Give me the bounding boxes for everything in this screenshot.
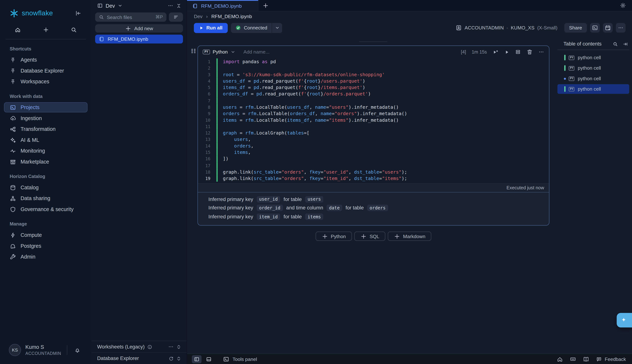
code-line[interactable]: 18graph.link(src_table="orders", fkey="u…: [198, 169, 549, 175]
toc-search-icon[interactable]: [613, 41, 618, 46]
schedule-button[interactable]: [603, 23, 613, 33]
run-cell-icon[interactable]: [504, 49, 509, 55]
add-markdown-cell-button[interactable]: Markdown: [388, 232, 431, 241]
sidebar-item-ingestion[interactable]: Ingestion: [0, 113, 91, 124]
tab-rfm-demo[interactable]: RFM_DEMO.ipynb: [187, 0, 258, 11]
refresh-icon[interactable]: [168, 356, 174, 361]
file-item-rfm-demo-ipynb[interactable]: RFM_DEMO.ipynb: [95, 35, 183, 44]
code-line[interactable]: 13 users,: [198, 136, 549, 142]
code-line[interactable]: 19graph.link(src_table="orders", fkey="i…: [198, 175, 549, 182]
run-with-ai-icon[interactable]: [492, 49, 498, 55]
cell-name-input[interactable]: Add name...: [243, 49, 269, 55]
toolbar-right: ACCOUNTADMIN ◦ KUMO_XS (X-Small) Share: [455, 23, 625, 33]
code-line[interactable]: 10items = rfm.LocalTable(items_df, name=…: [198, 117, 549, 123]
search-files-input[interactable]: Search files ⌘P: [95, 12, 166, 22]
sidebar-item-workspaces[interactable]: Workspaces: [0, 76, 91, 87]
delete-cell-icon[interactable]: [526, 49, 533, 55]
sidebar-item-database-explorer[interactable]: Database Explorer: [0, 65, 91, 76]
new-tab-button[interactable]: [258, 0, 273, 11]
more-options-button[interactable]: [616, 23, 625, 33]
sidebar-item-agents[interactable]: Agents: [0, 54, 91, 66]
chevron-down-icon[interactable]: [118, 3, 123, 8]
files-panel-title[interactable]: Dev: [106, 2, 115, 8]
code-line[interactable]: 7: [198, 97, 549, 104]
toc-item-2[interactable]: PYpython cell: [557, 63, 629, 73]
code-line[interactable]: 16]): [198, 156, 549, 162]
chevron-down-icon[interactable]: [231, 50, 235, 54]
code-line[interactable]: 11: [198, 123, 549, 130]
collapse-panel-icon[interactable]: [176, 3, 181, 8]
user-area[interactable]: KS Kumo S ACCOUNTADMIN: [0, 338, 91, 364]
toc-item-3[interactable]: PYpython cell: [557, 74, 629, 83]
add-new-button[interactable]: Add new: [95, 24, 183, 32]
breadcrumb-parent[interactable]: Dev: [194, 14, 202, 19]
flow-icon: [10, 126, 16, 132]
sidebar-item-transformation[interactable]: Transformation: [0, 124, 91, 135]
sidebar-item-projects[interactable]: Projects: [4, 102, 87, 112]
code-line[interactable]: 3root = 's3://kumo-sdk-public/rfm-datase…: [198, 72, 549, 78]
expand-icon[interactable]: [176, 344, 181, 350]
sidebar-item-admin[interactable]: Admin: [0, 251, 91, 262]
code-line[interactable]: 2: [198, 65, 549, 71]
collapse-sidebar-icon[interactable]: [75, 10, 81, 16]
search-icon[interactable]: [71, 26, 77, 33]
sidebar-item-catalog[interactable]: Catalog: [0, 182, 91, 193]
avatar[interactable]: KS: [9, 344, 21, 356]
share-nodes-icon: [10, 195, 16, 202]
code-line[interactable]: 4users_df = pd.read_parquet(f'{root}/use…: [198, 78, 549, 84]
sidebar-item-marketplace[interactable]: Marketplace: [0, 156, 91, 167]
cell-menu-icon[interactable]: [539, 49, 544, 55]
insert-cell-divider[interactable]: [359, 42, 387, 42]
settings-gear[interactable]: [620, 0, 632, 11]
run-all-button[interactable]: Run all: [194, 23, 228, 33]
sidebar-item-ai-ml[interactable]: AI & ML: [0, 134, 91, 146]
code-line[interactable]: 14 orders,: [198, 143, 549, 149]
worksheets-menu-icon[interactable]: [168, 344, 174, 350]
sidebar-item-monitoring[interactable]: Monitoring: [0, 146, 91, 156]
database-explorer-row[interactable]: Database Explorer: [91, 352, 187, 364]
tools-panel-toggle[interactable]: Tools panel: [223, 356, 257, 362]
info-icon[interactable]: [147, 344, 152, 350]
expand-icon[interactable]: [176, 356, 181, 361]
add-sql-cell-button[interactable]: SQL: [354, 232, 385, 241]
code-line[interactable]: 9orders = rfm.LocalTable(orders_df, name…: [198, 110, 549, 116]
code-line[interactable]: 5items_df = pd.read_parquet(f'{root}/ite…: [198, 84, 549, 91]
code-line[interactable]: 8users = rfm.LocalTable(users_df, name="…: [198, 104, 549, 110]
files-panel-menu-icon[interactable]: [168, 3, 173, 8]
connection-dropdown[interactable]: [272, 23, 282, 33]
code-line[interactable]: 1import pandas as pd: [198, 58, 549, 65]
ai-assistant-button[interactable]: [617, 313, 632, 328]
code-line[interactable]: 6orders_df = pd.read_parquet(f'{root}/or…: [198, 91, 549, 97]
sidebar-item-data-sharing[interactable]: Data sharing: [0, 193, 91, 204]
worksheets-legacy-row[interactable]: Worksheets (Legacy): [91, 341, 187, 352]
database-explorer-label: Database Explorer: [97, 356, 139, 361]
cell-drag-handle[interactable]: ●●●●●●: [191, 48, 195, 53]
code-line[interactable]: 17: [198, 162, 549, 168]
connected-button[interactable]: Connected: [231, 23, 272, 33]
add-python-cell-button[interactable]: Python: [315, 232, 352, 241]
home-icon[interactable]: [557, 356, 563, 362]
toc-collapse-icon[interactable]: [623, 41, 628, 46]
split-view-icon[interactable]: [515, 49, 521, 55]
share-button[interactable]: Share: [564, 23, 587, 33]
create-new-icon[interactable]: [43, 26, 49, 33]
notifications-bell-icon[interactable]: [74, 347, 81, 353]
sort-files-button[interactable]: [169, 12, 183, 22]
code-text: [216, 123, 549, 130]
code-line[interactable]: 15 items,: [198, 149, 549, 156]
toggle-left-panel-button[interactable]: [192, 355, 201, 363]
toc-item-1[interactable]: PYpython cell: [557, 53, 629, 62]
cell-language[interactable]: Python: [213, 49, 228, 55]
keyboard-shortcuts-icon[interactable]: [570, 356, 576, 362]
sidebar-item-compute[interactable]: Compute: [0, 230, 91, 240]
tools-panel-button[interactable]: [590, 23, 600, 33]
home-icon[interactable]: [15, 26, 21, 33]
sidebar-item-governance-security[interactable]: Governance & security: [0, 204, 91, 215]
toggle-bottom-panel-button[interactable]: [204, 355, 214, 363]
code-line[interactable]: 12graph = rfm.LocalGraph(tables=[: [198, 130, 549, 136]
toc-item-4[interactable]: PYpython cell: [557, 84, 629, 94]
feedback-button[interactable]: Feedback: [596, 356, 626, 362]
role-warehouse[interactable]: ACCOUNTADMIN ◦ KUMO_XS (X-Small): [455, 24, 557, 31]
documentation-icon[interactable]: [583, 356, 589, 362]
sidebar-item-postgres[interactable]: Postgres: [0, 240, 91, 252]
